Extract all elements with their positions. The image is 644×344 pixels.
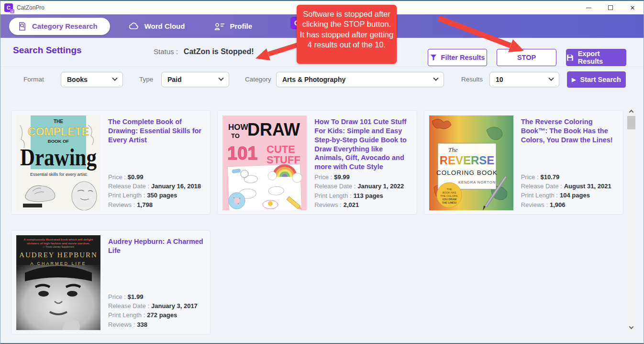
tab-word-cloud[interactable]: Word Cloud [128,22,185,31]
price-label: Price : [108,293,126,300]
export-button-label: Export Results [578,50,626,65]
length-value: 350 pages [147,192,177,199]
price-label: Price : [521,173,539,181]
result-card: HOW TO DRAW 101 CUTE STUFF [217,110,417,215]
results-select[interactable]: 10 [489,72,559,87]
reviews-value: 2,021 [344,201,359,208]
format-label: Format [23,76,44,83]
category-label: Category [245,76,271,83]
reviews-label: Reviews : [108,201,135,208]
app-logo-icon: C z [4,3,13,12]
category-select[interactable]: Arts & Photography [276,72,444,87]
chevron-down-icon [433,76,438,81]
svg-text:BOOK OF: BOOK OF [48,138,69,144]
svg-text:BOOK HAS: BOOK HAS [442,191,456,194]
results-value: 10 [496,76,503,83]
type-label: Type [139,76,153,83]
scroll-up-button[interactable] [627,107,635,115]
svg-text:— Times Literary Supplement: — Times Literary Supplement [43,245,74,248]
play-icon: ▶ [572,77,576,83]
status-text: Status :CatZon is Stopped! [154,47,254,56]
type-select[interactable]: Paid [161,72,229,87]
filter-results-button[interactable]: Filter Results [428,49,487,66]
start-search-button[interactable]: ▶ Start Search [567,71,626,88]
svg-text:KENDRA NORTON: KENDRA NORTON [458,180,496,184]
chevron-down-icon [548,76,554,81]
cloud-icon [128,22,140,31]
result-card: A sumptuously illustrated book which wil… [11,230,211,334]
book-cover-image: The REVERSE COLORING BOOK KENDRA NORTON … [429,115,513,210]
book-cover-image: THE COMPLETE BOOK OF Drawing Essential s… [16,115,100,210]
price-value: $1.99 [128,293,144,300]
svg-text:Drawing: Drawing [20,144,97,171]
length-label: Print Length : [108,192,145,199]
chevron-down-icon [629,324,634,329]
stop-button[interactable]: STOP [497,49,556,66]
svg-text:Essential skills for every art: Essential skills for every artist [30,172,87,177]
filter-button-label: Filter Results [441,54,485,61]
book-meta: Price :$1.99 Release Date :January 3, 20… [108,291,205,329]
minimize-button[interactable] [577,1,600,14]
release-value: January 16, 2018 [151,183,201,190]
book-title-link[interactable]: The Reverse Coloring Book™: The Book Has… [521,117,618,145]
title-bar: C z CatZonPro ✕ [0,1,644,14]
minimize-icon [586,8,591,8]
brand-logo-c: C [290,17,303,29]
release-value: January 1, 2022 [357,183,404,190]
svg-text:THE LINES!: THE LINES! [442,201,456,204]
svg-text:TO: TO [231,132,240,139]
category-research-icon [18,22,27,31]
category-value: Arts & Photography [282,76,345,83]
book-cover-image: A sumptuously illustrated book which wil… [16,235,100,330]
tab-category-research[interactable]: Category Research [9,18,110,35]
length-value: 272 pages [147,311,177,319]
format-value: Books [67,76,88,83]
close-button[interactable]: ✕ [622,1,644,14]
price-label: Price : [314,173,332,181]
book-meta: Price :$10.79 Release Date :August 31, 2… [521,172,618,209]
reviews-label: Reviews : [108,321,135,328]
reviews-value: 1,906 [550,201,566,208]
search-settings-header: Search Settings Status :CatZon is Stoppe… [0,38,644,67]
window-title: CatZonPro [17,4,44,11]
page-title: Search Settings [13,45,82,56]
reviews-label: Reviews : [521,201,548,208]
maximize-button[interactable] [600,1,622,14]
book-title-link[interactable]: The Complete Book of Drawing: Essential … [108,117,205,145]
book-meta: Price :$0.99 Release Date :January 16, 2… [108,172,205,209]
length-label: Print Length : [521,192,558,199]
tab-profile[interactable]: Profile [214,22,252,31]
results-grid: THE COMPLETE BOOK OF Drawing Essential s… [11,110,623,334]
book-title-link[interactable]: How To Draw 101 Cute Stuff For Kids: Sim… [314,117,411,172]
app-logo-z: z [10,9,14,13]
tab-label: Profile [230,22,252,30]
results-label: Results [461,76,483,83]
svg-text:The: The [448,146,458,153]
svg-text:A CHARMED LIFE: A CHARMED LIFE [30,261,86,266]
svg-text:THE COLORS,: THE COLORS, [440,195,458,197]
results-scrollbar[interactable] [627,107,635,332]
stop-button-label: STOP [517,54,536,61]
scrollbar-thumb[interactable] [627,116,635,129]
svg-text:DRAW: DRAW [247,120,300,139]
price-value: $10.79 [541,173,560,181]
status-label: Status : [154,47,178,56]
brand-wordmark: CatZonPro [318,22,357,31]
close-icon: ✕ [630,5,635,11]
funnel-icon [430,54,437,61]
release-label: Release Date : [314,183,355,190]
book-title-link[interactable]: Audrey Hepburn: A Charmed Life [108,237,205,255]
result-card: THE COMPLETE BOOK OF Drawing Essential s… [11,110,211,215]
release-label: Release Date : [108,183,149,190]
export-results-button[interactable]: Export Results [566,49,626,66]
release-value: January 3, 2017 [151,302,198,310]
format-select[interactable]: Books [61,72,123,87]
scroll-down-button[interactable] [627,323,635,332]
release-label: Release Date : [108,302,149,310]
book-cover-image: HOW TO DRAW 101 CUTE STUFF [222,115,307,210]
length-label: Print Length : [314,192,351,199]
chevron-down-icon [112,76,117,81]
svg-text:AUDREY HEPBURN: AUDREY HEPBURN [19,251,98,259]
svg-text:THE: THE [446,188,452,191]
save-icon [566,54,574,61]
